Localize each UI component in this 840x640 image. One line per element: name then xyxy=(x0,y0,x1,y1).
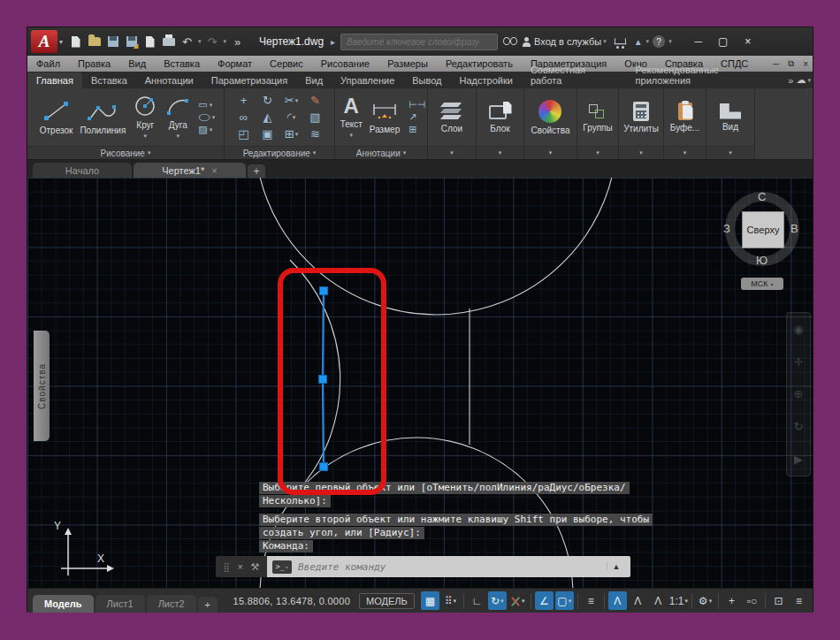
trim-tool-button[interactable]: ✂▾ xyxy=(285,94,298,107)
menu-insert[interactable]: Вставка xyxy=(155,58,209,69)
circle-dropdown-icon[interactable]: ▾ xyxy=(144,133,148,140)
menu-file[interactable]: Файл xyxy=(27,58,69,69)
object-snap-tracking-toggle[interactable]: ∠ xyxy=(535,591,554,610)
isodraft-toggle[interactable]: ▾ xyxy=(508,591,527,610)
ribbon-state-dropdown-icon[interactable]: ▾ xyxy=(807,77,811,84)
drag-grip-icon[interactable]: ⣿ xyxy=(224,562,230,572)
block-button[interactable]: Блок xyxy=(485,102,515,133)
help-button[interactable]: ? xyxy=(653,35,665,48)
maximize-button[interactable]: ▢ xyxy=(711,35,736,48)
panel-properties-footer[interactable]: ▾ xyxy=(524,146,577,159)
help-search-box[interactable] xyxy=(340,34,498,50)
cloud-icon[interactable]: ☁ xyxy=(796,74,806,86)
move-tool-button[interactable]: + xyxy=(241,94,248,107)
ucs-selector-button[interactable]: МСК▾ xyxy=(741,278,783,290)
customization-menu-button[interactable]: ≡ xyxy=(790,591,808,610)
minimize-button[interactable]: ─ xyxy=(686,35,711,48)
qat-more-button[interactable]: » xyxy=(230,34,245,50)
open-file-button[interactable] xyxy=(87,34,102,50)
rotate-tool-button[interactable]: ↻ xyxy=(263,94,272,107)
new-file-button[interactable] xyxy=(68,34,83,50)
ribbon-tab-parametric[interactable]: Параметризация xyxy=(202,72,296,88)
ortho-toggle[interactable]: ∟ xyxy=(468,591,486,610)
command-input-field[interactable]: >_▾ ▲ xyxy=(267,556,630,577)
menu-format[interactable]: Формат xyxy=(209,58,261,69)
arc-tool-button[interactable]: Дуга ▾ xyxy=(161,95,195,140)
annotation-autoscale-toggle[interactable]: Λ xyxy=(629,591,647,610)
ribbon-tab-insert[interactable]: Вставка xyxy=(82,72,136,88)
properties-palette-tab[interactable]: Свойства xyxy=(34,331,50,441)
grid-toggle[interactable]: ▦ xyxy=(421,591,439,610)
object-snap-toggle[interactable]: ▢▾ xyxy=(555,591,574,610)
file-tab-close-icon[interactable]: × xyxy=(211,165,217,176)
close-button[interactable]: × xyxy=(736,35,760,48)
menu-dimension[interactable]: Размеры xyxy=(378,58,437,69)
viewcube-face[interactable]: Сверху xyxy=(742,211,784,248)
a360-icon[interactable]: ▲ xyxy=(634,37,643,47)
sign-in-button[interactable]: Вход в службы xyxy=(534,36,601,47)
help-search-input[interactable] xyxy=(345,36,493,48)
new-layout-button[interactable]: + xyxy=(198,597,218,613)
print-button[interactable] xyxy=(161,34,176,50)
help-dropdown-icon[interactable]: ▾ xyxy=(668,38,672,45)
doc-close-button[interactable]: × xyxy=(798,59,813,69)
text-tool-button[interactable]: А Текст ▾ xyxy=(337,95,366,139)
save-button[interactable] xyxy=(105,34,120,50)
viewcube-east-label[interactable]: В xyxy=(790,222,798,235)
properties-button[interactable]: Свойства xyxy=(528,100,574,135)
command-history-expand-icon[interactable]: ▲ xyxy=(607,562,625,571)
show-motion-icon[interactable]: ▶ xyxy=(794,453,803,466)
ribbon-tab-output[interactable]: Вывод xyxy=(403,72,450,88)
array-tool-button[interactable]: ⊞▾ xyxy=(285,127,298,141)
viewcube-north-label[interactable]: С xyxy=(758,190,766,203)
clipboard-button[interactable]: Буфе... xyxy=(667,103,703,133)
isolate-objects-button[interactable]: ▫○ xyxy=(743,591,761,610)
ribbon-tab-collaborate[interactable]: Совместная работа xyxy=(522,62,627,88)
doc-restore-button[interactable]: ⧉ xyxy=(783,58,798,69)
annotation-visibility-toggle[interactable]: Λ xyxy=(608,591,627,610)
command-bar-grip[interactable]: ⣿ × ⚒ xyxy=(216,556,267,577)
navigation-wheel-icon[interactable]: ◉ xyxy=(793,323,803,336)
menu-edit[interactable]: Правка xyxy=(69,58,119,69)
layout-tab-sheet2[interactable]: Лист2 xyxy=(147,595,196,613)
snap-toggle[interactable]: ⠿▾ xyxy=(441,591,460,610)
polyline-tool-button[interactable]: Полилиния xyxy=(76,100,129,135)
erase-tool-button[interactable]: ✎ xyxy=(310,94,320,107)
layout-tab-model[interactable]: Модель xyxy=(33,595,94,613)
text-dropdown-icon[interactable]: ▾ xyxy=(349,132,353,139)
table-tool-button[interactable]: ⊞ xyxy=(409,124,425,135)
menu-view[interactable]: Вид xyxy=(119,58,155,69)
arc-dropdown-icon[interactable]: ▾ xyxy=(177,133,180,140)
annotation-scale-button[interactable]: Λ xyxy=(649,591,668,610)
groups-button[interactable]: Группы xyxy=(579,103,615,133)
ribbon-tab-view[interactable]: Вид xyxy=(296,72,332,88)
dimension-tool-button[interactable]: Размер xyxy=(366,101,403,134)
ribbon-tab-annotate[interactable]: Аннотации xyxy=(136,72,202,88)
layout-tab-sheet1[interactable]: Лист1 xyxy=(95,595,145,613)
a360-dropdown-icon[interactable]: ▾ xyxy=(646,38,650,45)
view-button[interactable]: Вид xyxy=(716,103,745,132)
layers-button[interactable]: Слои xyxy=(437,102,467,133)
panel-draw-footer[interactable]: Рисование▾ xyxy=(27,146,224,159)
lineweight-toggle[interactable]: ≡ xyxy=(582,591,600,610)
command-input[interactable] xyxy=(296,560,602,574)
infocenter-arrow-icon[interactable]: ▸ xyxy=(331,37,335,47)
orbit-icon[interactable]: ↻ xyxy=(794,420,804,433)
customize-wrench-icon[interactable]: ⚒ xyxy=(251,561,260,573)
ellipse-tool-button[interactable]: ◯▾ xyxy=(198,111,215,123)
circle-tool-button[interactable]: Круг ▾ xyxy=(129,95,161,140)
ribbon-tab-manage[interactable]: Управление xyxy=(332,72,403,88)
app-logo-icon[interactable]: A xyxy=(31,30,57,53)
file-tab-start[interactable]: Начало xyxy=(33,163,132,178)
command-line-bar[interactable]: ⣿ × ⚒ >_▾ ▲ xyxy=(216,556,630,577)
panel-block-footer[interactable]: ▾ xyxy=(477,146,523,159)
save-as-button[interactable] xyxy=(124,34,139,50)
clean-screen-button[interactable]: + xyxy=(722,591,741,610)
new-drawing-tab-button[interactable]: + xyxy=(248,164,265,178)
stretch-tool-button[interactable]: ◰ xyxy=(238,127,248,141)
zoom-icon[interactable]: ⊕ xyxy=(794,387,804,400)
panel-modify-footer[interactable]: Редактирование▾ xyxy=(225,146,334,159)
model-space-button[interactable]: МОДЕЛЬ xyxy=(359,593,415,609)
pan-icon[interactable]: ✛ xyxy=(794,355,804,369)
menu-modify[interactable]: Редактировать xyxy=(437,58,522,69)
